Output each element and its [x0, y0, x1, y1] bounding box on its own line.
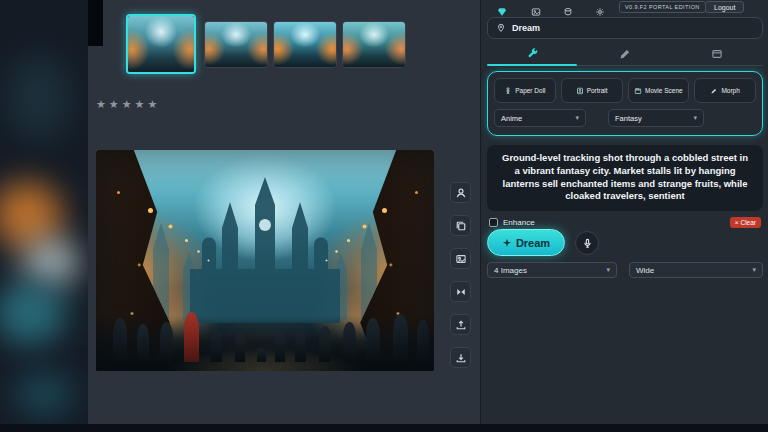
vignette-overlay [96, 150, 434, 371]
tab-tools[interactable] [487, 44, 579, 64]
download-tool-button[interactable] [450, 347, 471, 368]
portrait-icon [576, 87, 584, 95]
enhance-row: Enhance × Clear [489, 216, 761, 228]
logout-button[interactable]: Logout [705, 1, 744, 13]
edit-image-tool-button[interactable] [450, 248, 471, 269]
microphone-icon [582, 238, 593, 249]
voice-input-button[interactable] [575, 231, 599, 255]
gallery-icon[interactable] [531, 3, 541, 13]
background-blur [0, 0, 88, 424]
panel-tabs [487, 44, 763, 64]
download-icon [455, 352, 467, 364]
mode-portrait-button[interactable]: Portrait [561, 78, 623, 103]
thumbnail-image [274, 22, 336, 67]
gem-icon[interactable] [497, 3, 507, 13]
thumbnail-selected[interactable] [126, 14, 196, 74]
tab-gallery[interactable] [671, 44, 763, 64]
thumbnail[interactable] [273, 21, 337, 68]
settings-icon[interactable] [595, 3, 605, 13]
thumbnail-image [343, 22, 405, 67]
star-rating[interactable]: ★★★★★ [96, 98, 160, 111]
mode-movie-scene-button[interactable]: Movie Scene [628, 78, 690, 103]
image-edit-icon [455, 253, 467, 265]
sidebar-toggle[interactable] [88, 0, 103, 46]
thumbnail[interactable] [204, 21, 268, 68]
thumbnail[interactable] [342, 21, 406, 68]
card-icon [711, 48, 723, 60]
enhance-checkbox[interactable] [489, 218, 498, 227]
prompt-textarea[interactable]: Ground-level tracking shot through a cob… [487, 145, 763, 211]
chevron-down-icon: ▾ [575, 114, 579, 122]
upload-tool-button[interactable] [450, 314, 471, 335]
background-blob [8, 55, 70, 140]
tab-edit[interactable] [579, 44, 671, 64]
panel-title: Dream [512, 23, 540, 33]
coins-icon[interactable] [563, 3, 573, 13]
background-blob [14, 372, 74, 416]
dream-button[interactable]: Dream [487, 229, 565, 256]
mode-paper-doll-button[interactable]: Paper Doll [494, 78, 556, 103]
chevron-down-icon: ▾ [693, 114, 697, 122]
character-tool-button[interactable] [450, 182, 471, 203]
app-window: ★★★★★ [88, 0, 768, 424]
taskbar [0, 424, 768, 432]
aspect-ratio-select[interactable]: Wide ▾ [629, 262, 763, 278]
background-blob [22, 238, 80, 286]
flip-icon [455, 286, 467, 298]
close-icon: × [735, 219, 739, 226]
pin-icon [496, 23, 506, 33]
flip-tool-button[interactable] [450, 281, 471, 302]
paper-doll-icon [504, 87, 512, 95]
sparkle-icon [502, 238, 512, 248]
style-primary-select[interactable]: Anime ▾ [494, 109, 586, 127]
editor-canvas: ★★★★★ [88, 0, 480, 424]
background-blob [0, 282, 66, 344]
enhance-label: Enhance [503, 218, 535, 227]
control-panel: v0.9.f2 PORTAL EDITION Logout Dream [480, 0, 768, 424]
thumbnail-image [128, 16, 194, 72]
tab-active-indicator [487, 64, 577, 66]
app-root: ★★★★★ [0, 0, 768, 432]
image-count-select[interactable]: 4 Images ▾ [487, 262, 617, 278]
clear-button[interactable]: × Clear [730, 217, 761, 228]
morph-pen-icon [710, 87, 718, 95]
pen-icon [619, 48, 631, 60]
chevron-down-icon: ▾ [606, 266, 610, 274]
duplicate-tool-button[interactable] [450, 215, 471, 236]
clapperboard-icon [634, 87, 642, 95]
upload-icon [455, 319, 467, 331]
thumbnail-image [205, 22, 267, 67]
user-icon [455, 187, 467, 199]
chevron-down-icon: ▾ [752, 266, 756, 274]
generated-image[interactable] [96, 150, 434, 371]
mode-buttons: Paper Doll Portrait Movie Scene Morph [494, 78, 756, 103]
wrench-icon [527, 48, 539, 60]
style-selects: Anime ▾ Fantasy ▾ [494, 109, 756, 127]
panel-header[interactable]: Dream [487, 17, 763, 39]
mode-morph-button[interactable]: Morph [694, 78, 756, 103]
mode-selector: Paper Doll Portrait Movie Scene Morph [487, 71, 763, 136]
version-badge: v0.9.f2 PORTAL EDITION [619, 1, 706, 13]
style-secondary-select[interactable]: Fantasy ▾ [608, 109, 704, 127]
layers-icon [455, 220, 467, 232]
